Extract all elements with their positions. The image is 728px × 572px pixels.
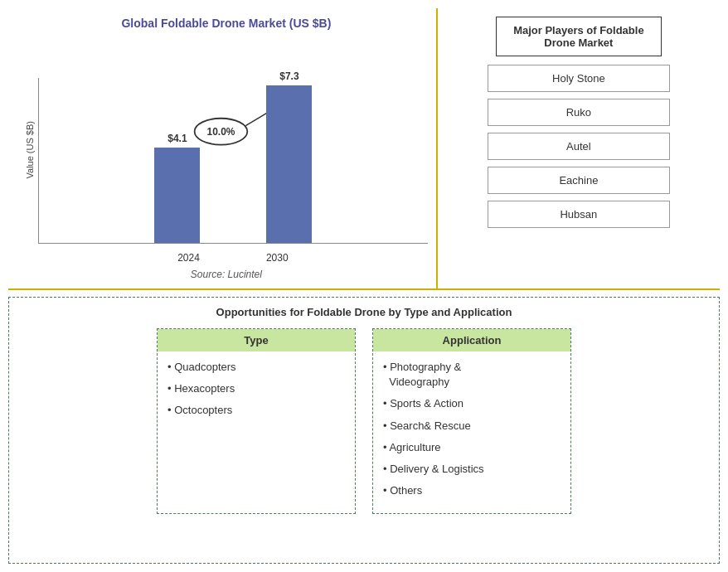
type-column: Type Quadcopters Hexacopters Octocopters: [157, 328, 356, 514]
players-area: Major Players of FoldableDrone Market Ho…: [438, 8, 720, 288]
app-item-search: Search& Rescue: [383, 419, 561, 434]
bottom-columns: Type Quadcopters Hexacopters Octocopters…: [22, 328, 706, 514]
players-title: Major Players of FoldableDrone Market: [496, 17, 662, 56]
bar-group-2030: $7.3: [266, 70, 312, 243]
app-item-sports: Sports & Action: [383, 396, 561, 411]
opportunities-title: Opportunities for Foldable Drone by Type…: [22, 306, 706, 318]
y-axis-label: Value (US $B): [25, 121, 35, 179]
type-item-octocopters: Octocopters: [167, 403, 345, 418]
bar-group-2024: $4.1: [154, 133, 200, 243]
top-section: Global Foldable Drone Market (US $B) Val…: [8, 8, 720, 290]
application-content: Photography & Videography Sports & Actio…: [373, 351, 570, 513]
app-item-photography: Photography & Videography: [383, 360, 561, 390]
chart-inner: 10.0% $4.1: [38, 78, 428, 264]
annotation-svg: 10.0%: [39, 78, 428, 243]
bar-label-2030: 2030: [266, 252, 289, 264]
application-header: Application: [373, 329, 570, 351]
type-item-hexacopters: Hexacopters: [167, 381, 345, 396]
app-item-delivery: Delivery & Logistics: [383, 462, 561, 477]
bars-container: 10.0% $4.1: [38, 78, 428, 244]
player-autel: Autel: [488, 133, 670, 160]
chart-wrapper: Value (US $B) 10.0%: [25, 36, 428, 264]
svg-text:10.0%: 10.0%: [207, 126, 235, 138]
bar-label-2024: 2024: [177, 252, 200, 264]
player-hubsan: Hubsan: [488, 201, 670, 228]
player-holy-stone: Holy Stone: [488, 65, 670, 92]
bar-value-2024: $4.1: [167, 133, 187, 144]
player-ruko: Ruko: [488, 99, 670, 126]
svg-point-0: [195, 119, 248, 145]
app-item-others: Others: [383, 483, 561, 498]
player-eachine: Eachine: [488, 167, 670, 194]
chart-title: Global Foldable Drone Market (US $B): [25, 17, 428, 30]
x-axis-labels: 2024 2030: [38, 247, 428, 264]
type-header: Type: [158, 329, 355, 351]
app-item-agriculture: Agriculture: [383, 440, 561, 455]
type-content: Quadcopters Hexacopters Octocopters: [158, 351, 355, 434]
source-text: Source: Lucintel: [25, 269, 428, 280]
type-item-quadcopters: Quadcopters: [167, 360, 345, 375]
bar-value-2030: $7.3: [279, 70, 298, 82]
bottom-section: Opportunities for Foldable Drone by Type…: [8, 297, 720, 564]
bar-2030: [266, 85, 312, 243]
bar-2024: [154, 148, 200, 243]
main-container: Global Foldable Drone Market (US $B) Val…: [0, 0, 728, 572]
application-column: Application Photography & Videography Sp…: [372, 328, 571, 514]
chart-area: Global Foldable Drone Market (US $B) Val…: [8, 8, 438, 288]
